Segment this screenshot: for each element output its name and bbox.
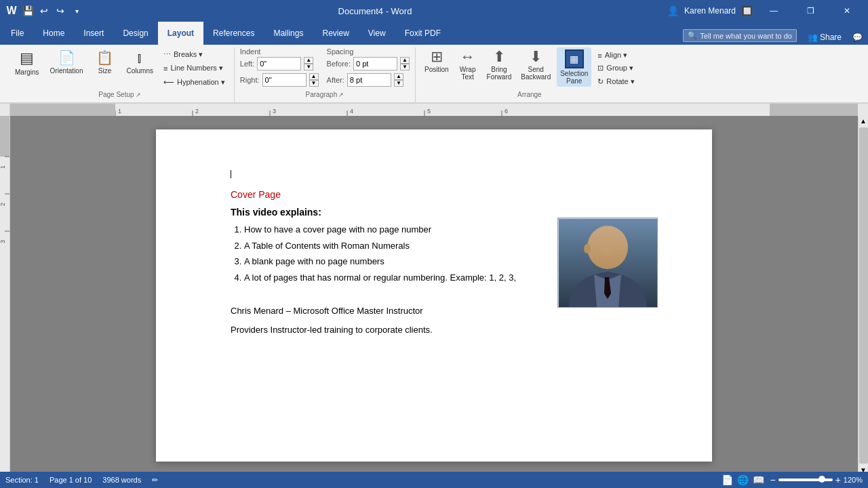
arrange-text: Arrange — [517, 91, 542, 98]
left-label: Left: — [240, 60, 254, 68]
scroll-thumb[interactable] — [859, 127, 868, 464]
tab-file[interactable]: File — [1, 22, 33, 45]
indent-right-down[interactable]: ▼ — [309, 80, 319, 87]
close-btn[interactable]: ✕ — [831, 0, 863, 22]
columns-btn[interactable]: ⫿ Columns — [123, 47, 157, 77]
spacing-before-value: 0 pt — [356, 60, 368, 68]
size-label: Size — [98, 67, 111, 75]
word-count: 3968 words — [102, 476, 141, 484]
spacing-before-up[interactable]: ▲ — [400, 57, 410, 64]
accessibility-icon[interactable]: ✏ — [152, 476, 158, 485]
spacing-before-input[interactable]: 0 pt — [353, 57, 397, 70]
group-icon: ⊡ — [597, 64, 604, 73]
align-btn[interactable]: ≡ Align ▾ — [594, 49, 637, 61]
ruler-corner — [858, 104, 868, 116]
indent-right-input[interactable]: 0" — [262, 73, 307, 87]
vertical-scrollbar[interactable]: ▲ ▼ — [858, 116, 868, 475]
page-setup-label[interactable]: Page Setup ↗ — [11, 89, 229, 100]
save-icon[interactable]: 💾 — [22, 5, 34, 17]
spacing-after-up[interactable]: ▲ — [394, 73, 403, 80]
comment-btn[interactable]: 💬 — [847, 30, 868, 45]
hyphenation-btn[interactable]: ⟵ Hyphenation ▾ — [160, 77, 229, 88]
indent-right-up[interactable]: ▲ — [309, 73, 319, 80]
rotate-btn[interactable]: ↻ Rotate ▾ — [594, 76, 637, 87]
ribbon-tabs: File Home Insert Design Layout Reference… — [0, 22, 868, 45]
search-box[interactable]: 🔍 Tell me what you want to do — [683, 29, 797, 42]
tab-insert[interactable]: Insert — [74, 22, 113, 45]
spacing-before-down[interactable]: ▼ — [400, 64, 410, 70]
share-btn[interactable]: 👥 Share — [802, 30, 847, 45]
margins-btn[interactable]: ▤ Margins — [11, 47, 43, 79]
comment-icon: 💬 — [852, 33, 863, 42]
tab-layout[interactable]: Layout — [158, 22, 203, 45]
paragraph-label[interactable]: Paragraph ↗ — [240, 89, 410, 100]
breaks-btn[interactable]: ⋯ Breaks ▾ — [160, 49, 229, 60]
after-label: After: — [327, 76, 344, 84]
minimize-btn[interactable]: — — [758, 0, 789, 22]
zoom-in-btn[interactable]: + — [835, 474, 841, 485]
indent-right-spinner[interactable]: ▲ ▼ — [309, 73, 319, 87]
title-bar: W 💾 ↩ ↪ ▾ Document4 - Word 👤 Karen Menar… — [0, 0, 868, 22]
print-layout-btn[interactable]: 📄 — [720, 474, 734, 485]
restore-btn[interactable]: ❐ — [795, 0, 826, 22]
status-right: 📄 🌐 📖 − + 120% — [720, 474, 863, 485]
spacing-after-input[interactable]: 8 pt — [347, 73, 391, 87]
line-numbers-btn[interactable]: ≡ Line Numbers ▾ — [160, 62, 229, 74]
tab-view[interactable]: View — [359, 22, 395, 45]
word-icon[interactable]: W — [5, 5, 18, 17]
spacing-section: Spacing Before: 0 pt ▲ ▼ After: — [327, 47, 410, 88]
orientation-btn[interactable]: 📄 Orientation — [46, 47, 87, 77]
tab-review[interactable]: Review — [313, 22, 358, 45]
bring-forward-btn[interactable]: ⬆ Bring Forward — [484, 47, 515, 83]
tab-mailings[interactable]: Mailings — [264, 22, 313, 45]
tab-foxit[interactable]: Foxit PDF — [395, 22, 450, 45]
indent-left-row: Left: 0" ▲ ▼ — [240, 57, 319, 70]
breaks-label: Breaks ▾ — [174, 50, 203, 59]
selection-pane-btn[interactable]: ▦ Selection Pane — [557, 47, 591, 87]
before-label: Before: — [327, 60, 351, 68]
ruler-area: 1 2 3 4 5 6 — [0, 104, 868, 116]
group-btn[interactable]: ⊡ Group ▾ — [594, 62, 637, 74]
wrap-text-btn[interactable]: ↔ Wrap Text — [455, 47, 481, 83]
indent-left-value: 0" — [260, 60, 267, 68]
spacing-before-spinner[interactable]: ▲ ▼ — [400, 57, 410, 70]
zoom-thumb[interactable] — [818, 476, 825, 483]
zoom-out-btn[interactable]: − — [770, 474, 775, 485]
orientation-icon: 📄 — [58, 49, 75, 66]
indent-left-up[interactable]: ▲ — [304, 57, 313, 64]
document-page[interactable]: Cover Page — [156, 129, 712, 462]
spacing-after-spinner[interactable]: ▲ ▼ — [394, 73, 403, 87]
indent-left-down[interactable]: ▼ — [304, 64, 313, 70]
indent-left-spinner[interactable]: ▲ ▼ — [304, 57, 313, 70]
ruler-left-margin — [10, 104, 115, 116]
position-btn[interactable]: ⊞ Position — [421, 47, 452, 75]
send-backward-btn[interactable]: ⬇ Send Backward — [517, 47, 554, 83]
size-btn[interactable]: 📋 Size — [90, 47, 120, 77]
share-icon: 👥 — [808, 33, 818, 42]
redo-icon[interactable]: ↪ — [54, 5, 66, 17]
spacing-label: Spacing — [327, 47, 410, 56]
title-bar-right: 👤 Karen Menard 🔲 — ❐ ✕ — [667, 0, 863, 22]
share-label: Share — [820, 33, 842, 42]
zoom-slider[interactable] — [778, 479, 833, 481]
undo-icon[interactable]: ↩ — [38, 5, 50, 17]
arrange-label[interactable]: Arrange — [421, 89, 638, 100]
tab-references[interactable]: References — [203, 22, 264, 45]
customize-icon[interactable]: ▾ — [71, 5, 83, 17]
orientation-label: Orientation — [50, 67, 83, 75]
document-area: Cover Page — [10, 116, 858, 475]
read-mode-btn[interactable]: 📖 — [751, 474, 766, 485]
ribbon-display-btn[interactable]: 🔲 — [741, 5, 753, 16]
text-cursor — [231, 170, 231, 178]
indent-left-input[interactable]: 0" — [257, 57, 301, 70]
web-layout-btn[interactable]: 🌐 — [736, 474, 750, 485]
svg-text:1: 1 — [118, 108, 121, 115]
spacing-after-row: After: 8 pt ▲ ▼ — [327, 73, 410, 87]
spacing-after-down[interactable]: ▼ — [394, 80, 403, 87]
ribbon-group-paragraph: Indent Left: 0" ▲ ▼ Right: — [235, 47, 416, 102]
svg-text:2: 2 — [195, 108, 199, 115]
search-placeholder: Tell me what you want to do — [700, 32, 792, 40]
tab-home[interactable]: Home — [33, 22, 74, 45]
tab-design[interactable]: Design — [113, 22, 157, 45]
scroll-up-btn[interactable]: ▲ — [859, 116, 868, 126]
